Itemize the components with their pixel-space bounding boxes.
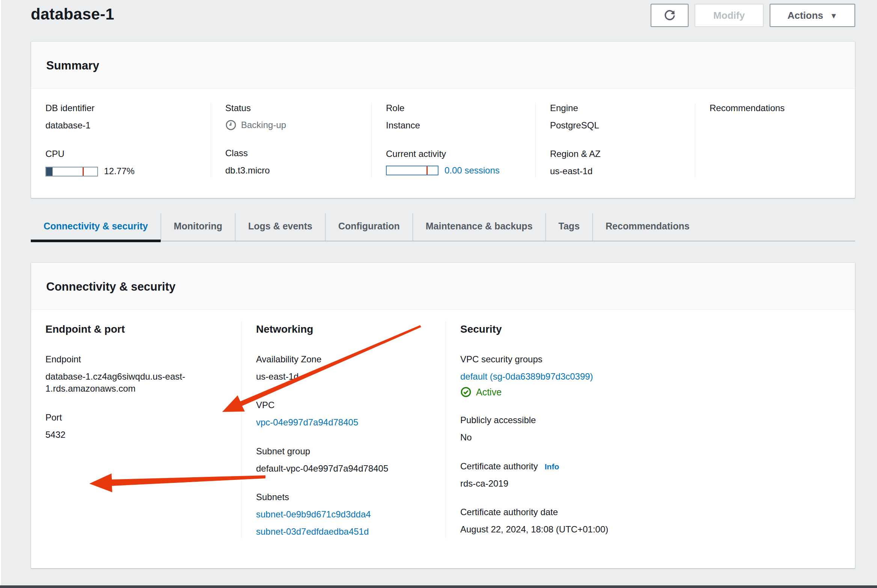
info-link[interactable]: Info: [545, 462, 559, 471]
security-title: Security: [460, 323, 841, 335]
summary-col-engine: Engine PostgreSQL Region & AZ us-east-1d: [535, 103, 695, 178]
endpoint-label: Endpoint: [45, 354, 227, 365]
actions-button-label: Actions: [787, 10, 823, 21]
role-value: Instance: [386, 119, 521, 131]
current-activity-label: Current activity: [386, 149, 521, 159]
subnet-group-value: default-vpc-04e997d7a94d78405: [256, 463, 431, 475]
summary-col-identifier: DB identifier database-1 CPU 12.77%: [31, 103, 211, 178]
window-bottom-edge: [0, 585, 877, 588]
header-buttons: Modify Actions ▼: [651, 4, 855, 27]
summary-title: Summary: [46, 59, 840, 72]
sessions-meter-track: [386, 166, 438, 175]
endpoint-port-title: Endpoint & port: [45, 323, 227, 335]
tab-recommendations[interactable]: Recommendations: [592, 213, 702, 241]
sessions-link[interactable]: 0.00 sessions: [445, 165, 500, 176]
left-edge-strip: [0, 0, 2, 588]
endpoint-port-column: Endpoint & port Endpoint database-1.cz4a…: [31, 321, 241, 538]
port-label: Port: [45, 412, 227, 423]
subnet-group-label: Subnet group: [256, 446, 431, 457]
availability-zone-value: us-east-1d: [256, 371, 431, 383]
db-identifier-label: DB identifier: [45, 103, 196, 113]
modify-button-label: Modify: [713, 10, 745, 21]
security-column: Security VPC security groups default (sg…: [446, 321, 855, 538]
cpu-meter: 12.77%: [45, 165, 196, 177]
summary-card: Summary DB identifier database-1 CPU 12.…: [31, 41, 855, 198]
vpc-security-groups-label: VPC security groups: [460, 354, 841, 365]
subnet-link[interactable]: subnet-0e9b9d671c9d3dda4: [256, 509, 371, 519]
tab-logs-events[interactable]: Logs & events: [235, 213, 325, 241]
tab-monitoring[interactable]: Monitoring: [161, 213, 235, 241]
engine-value: PostgreSQL: [550, 119, 681, 131]
refresh-icon: [663, 9, 676, 22]
networking-column: Networking Availability Zone us-east-1d …: [241, 321, 446, 538]
summary-col-recommendations: Recommendations: [695, 103, 855, 178]
cpu-meter-track: [45, 167, 98, 176]
publicly-accessible-value: No: [460, 431, 841, 443]
certificate-authority-date-value: August 22, 2024, 18:08 (UTC+01:00): [460, 523, 841, 535]
security-group-status-text: Active: [476, 387, 502, 398]
recommendations-label: Recommendations: [710, 103, 841, 113]
engine-label: Engine: [550, 103, 681, 113]
current-activity-meter: 0.00 sessions: [386, 165, 521, 176]
security-group-status: Active: [460, 386, 841, 398]
vpc-link[interactable]: vpc-04e997d7a94d78405: [256, 417, 358, 427]
sessions-threshold-marker: [426, 166, 428, 175]
page-title: database-1: [31, 5, 114, 23]
clock-icon: [225, 119, 237, 131]
region-az-label: Region & AZ: [550, 149, 681, 159]
port-value: 5432: [45, 429, 227, 441]
actions-button[interactable]: Actions ▼: [770, 4, 855, 27]
certificate-authority-date-label: Certificate authority date: [460, 507, 841, 517]
connectivity-title: Connectivity & security: [46, 280, 840, 294]
chevron-down-icon: ▼: [830, 12, 838, 20]
subnets-label: Subnets: [256, 492, 431, 502]
db-identifier-value: database-1: [45, 119, 196, 131]
check-circle-icon: [460, 386, 472, 398]
summary-col-status: Status Backing-up Class db.t3.micro: [211, 103, 371, 178]
certificate-authority-value: rds-ca-2019: [460, 478, 841, 490]
availability-zone-label: Availability Zone: [256, 354, 431, 365]
summary-body: DB identifier database-1 CPU 12.77% Stat…: [31, 89, 855, 198]
vpc-label: VPC: [256, 400, 431, 410]
detail-tabs: Connectivity & security Monitoring Logs …: [31, 213, 855, 241]
summary-card-header: Summary: [31, 42, 855, 89]
security-group-link[interactable]: default (sg-0da6389b97d3c0399): [460, 371, 593, 381]
tab-tags[interactable]: Tags: [545, 213, 593, 241]
class-label: Class: [225, 148, 357, 158]
subnet-link[interactable]: subnet-03d7edfdaedba451d: [256, 526, 369, 537]
role-label: Role: [386, 103, 521, 113]
status-label: Status: [225, 103, 357, 113]
modify-button[interactable]: Modify: [695, 4, 764, 27]
tab-maintenance-backups[interactable]: Maintenance & backups: [413, 213, 545, 241]
networking-title: Networking: [256, 323, 431, 335]
connectivity-body: Endpoint & port Endpoint database-1.cz4a…: [31, 310, 855, 568]
class-value: db.t3.micro: [225, 164, 357, 176]
cpu-bar-fill: [46, 167, 53, 176]
connectivity-card: Connectivity & security Endpoint & port …: [31, 262, 855, 568]
certificate-authority-label: Certificate authority: [460, 461, 538, 472]
cpu-threshold-marker: [83, 167, 84, 176]
status-value-line: Backing-up: [225, 119, 357, 131]
region-az-value: us-east-1d: [550, 165, 681, 177]
page-header: database-1 Modify Actions ▼: [31, 0, 855, 27]
connectivity-card-header: Connectivity & security: [31, 263, 855, 310]
cpu-label: CPU: [45, 149, 196, 159]
tab-configuration[interactable]: Configuration: [325, 213, 413, 241]
publicly-accessible-label: Publicly accessible: [460, 415, 841, 425]
status-value: Backing-up: [241, 120, 286, 130]
refresh-button[interactable]: [651, 4, 689, 27]
endpoint-value: database-1.cz4ag6siwqdu.us-east-1.rds.am…: [45, 371, 215, 395]
tab-connectivity-security[interactable]: Connectivity & security: [31, 213, 161, 241]
summary-col-role: Role Instance Current activity 0.00 sess…: [371, 103, 535, 178]
cpu-percent-text: 12.77%: [104, 165, 134, 177]
